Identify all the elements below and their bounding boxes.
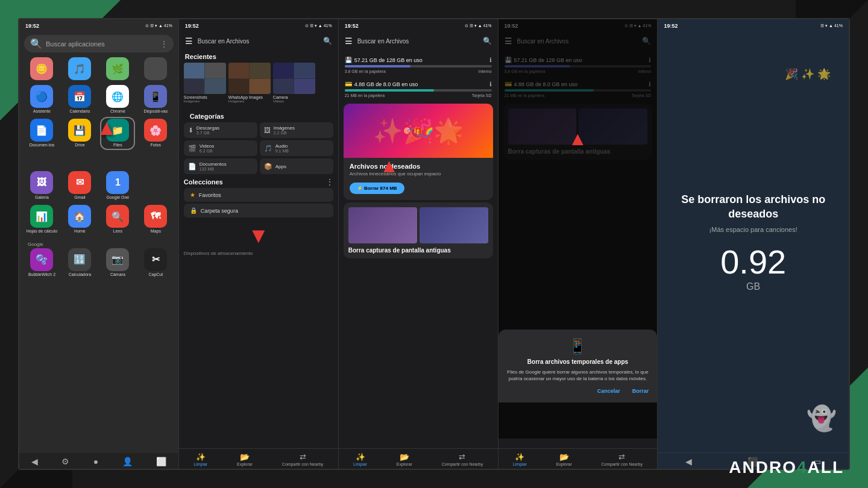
- explore-icon-3: 📂: [400, 452, 409, 461]
- status-bar-1: 19:52 ⊙ ☰ ▾ ▲ 41%: [19, 19, 178, 33]
- app-label-files: Files: [113, 143, 122, 148]
- nav-dot-1[interactable]: ●: [93, 457, 98, 466]
- btn-label-nearby-2: Compartir con Nearby: [282, 462, 323, 466]
- coll-favoritos[interactable]: ★ Favoritos: [184, 188, 333, 202]
- menu-icon-3[interactable]: ☰: [345, 36, 353, 46]
- cat-imagenes[interactable]: 🖼 Imágenes2.2 GB: [260, 122, 333, 138]
- btn-label-explorar-2: Explorar: [237, 462, 253, 466]
- success-unit: GB: [746, 281, 760, 292]
- cat-descargas[interactable]: ⬇ Descargas3.7 GB: [184, 122, 257, 138]
- app-calendario[interactable]: 📅 Calendario: [64, 85, 95, 114]
- app-label-camara: Cámara: [110, 272, 125, 277]
- app-partial-3[interactable]: 🌿: [102, 57, 133, 80]
- app-google-one[interactable]: 1 Google One: [102, 171, 133, 200]
- storage-bar-bg-2-3: [345, 89, 492, 92]
- storage-bar-bg-1-3: [345, 65, 492, 67]
- btn-explorar-2[interactable]: 📂 Explorar: [237, 452, 253, 466]
- app-files[interactable]: 📁 Files: [102, 119, 133, 148]
- btn-limpiar-3[interactable]: ✨ Limpiar: [353, 452, 367, 466]
- app-lens[interactable]: 🔍 Lens: [102, 205, 133, 234]
- collections-more[interactable]: ⋮: [326, 178, 333, 186]
- lock-icon: 🔒: [190, 207, 197, 214]
- app-asistente[interactable]: 🔵 Asistente: [26, 85, 57, 114]
- thumb-label-whatsapp: WhatsApp Images: [228, 95, 271, 99]
- app-icon-calendario: 📅: [68, 85, 91, 108]
- coll-carpeta-segura[interactable]: 🔒 Carpeta segura: [184, 204, 333, 217]
- nav-back-1[interactable]: ◀: [31, 457, 38, 466]
- search-btn-2[interactable]: 🔍: [323, 37, 332, 45]
- app-galeria[interactable]: 🖼 Galería: [26, 171, 57, 200]
- btn-explorar-4[interactable]: 📂 Explorar: [556, 452, 572, 466]
- app-partial-1[interactable]: 🪙: [26, 57, 57, 80]
- btn-nearby-3[interactable]: ⇄ Compartir con Nearby: [442, 452, 483, 466]
- more-options-icon[interactable]: ⋮: [160, 40, 168, 48]
- btn-limpiar-2[interactable]: ✨ Limpiar: [193, 452, 207, 466]
- btn-label-limpiar-4: Limpiar: [513, 462, 527, 466]
- cat-videos[interactable]: 🎬 Videos6.2 GB: [184, 140, 257, 156]
- ss-thumb-1: [348, 207, 417, 243]
- search-btn-3[interactable]: 🔍: [483, 37, 492, 45]
- app-dispositivos[interactable]: 📱 Dispositi-vas: [140, 85, 171, 114]
- btn-nearby-2[interactable]: ⇄ Compartir con Nearby: [282, 452, 323, 466]
- dialog-cancel-btn[interactable]: Cancelar: [597, 388, 620, 394]
- btn-explorar-3[interactable]: 📂 Explorar: [397, 452, 412, 466]
- app-documentos[interactable]: 📄 Documen-tos: [26, 119, 57, 148]
- app-capcut[interactable]: ✂ CapCut: [140, 248, 171, 277]
- app-icon-dispositivos: 📱: [144, 85, 167, 108]
- cat-documentos[interactable]: 📄 Documentos132 MB: [184, 158, 257, 174]
- arrow-down-container: ▼: [179, 223, 338, 248]
- thumb-sub-screenshots: Imágenes: [184, 99, 226, 103]
- banner-text: 🎯 🎁 🌈: [403, 127, 434, 135]
- app-hojas[interactable]: 📊 Hojas de cálculo: [26, 205, 57, 234]
- app-fotos[interactable]: 🌸 Fotos: [140, 119, 171, 148]
- status-time-1: 19:52: [25, 23, 39, 29]
- app-label-galeria: Galería: [35, 195, 49, 200]
- nav-back-5[interactable]: ◀: [685, 457, 692, 466]
- success-number: 0.92: [720, 245, 786, 279]
- app-drive[interactable]: 💾 Drive: [64, 119, 95, 148]
- thumb-whatsapp[interactable]: WhatsApp Images Imágenes: [228, 63, 271, 103]
- header-title-2: Buscar en Archivos: [198, 38, 318, 45]
- app-icon-partial-4: [144, 57, 167, 80]
- app-gmail[interactable]: ✉ Gmail: [64, 171, 95, 200]
- thumb-img-camera: [273, 63, 315, 94]
- nav-settings-1[interactable]: ⚙: [61, 457, 69, 466]
- status-icons-1: ⊙ ☰ ▾ ▲ 41%: [145, 23, 172, 28]
- app-calculadora[interactable]: 🔢 Calculadora: [64, 248, 95, 277]
- coll-label-carpeta: Carpeta segura: [201, 208, 238, 214]
- app-bubblewitch[interactable]: 🫧 BubbleWitch 2: [26, 248, 57, 277]
- app-row-2: 📄 Documen-tos 💾 Drive 📁 Files 🌸 Fotos: [23, 119, 175, 148]
- app-icon-camara: 📷: [106, 248, 129, 271]
- app-search-bar[interactable]: 🔍 Buscar aplicaciones ⋮: [24, 35, 174, 52]
- files-content-2: Recientes Screenshots Imágenes: [179, 49, 338, 448]
- dialog-icon: 📱: [507, 338, 649, 355]
- thumb-camera[interactable]: Camera Videos: [273, 63, 315, 103]
- app-chrome[interactable]: 🌐 Chrome: [102, 85, 133, 114]
- thumb-img-screenshots: [184, 63, 226, 94]
- cleanup-btn-3[interactable]: ⚡ Borrar 874 MB: [350, 183, 404, 194]
- dialog-confirm-btn[interactable]: Borrar: [632, 388, 649, 394]
- app-partial-2[interactable]: 🎵: [64, 57, 95, 80]
- collections-title: Colecciones: [184, 178, 223, 186]
- logo-text-after: all: [808, 458, 844, 477]
- btn-nearby-4[interactable]: ⇄ Compartir con Nearby: [602, 452, 643, 466]
- cat-audio[interactable]: 🎵 Audio9.1 MB: [260, 140, 333, 156]
- app-label-lens: Lens: [113, 229, 122, 234]
- app-label-maps: Maps: [151, 229, 161, 234]
- explore-icon-4: 📂: [559, 452, 569, 461]
- storage-bar-fill-1-3: [345, 65, 411, 67]
- app-label-chrome: Chrome: [110, 109, 125, 114]
- btn-limpiar-4[interactable]: ✨ Limpiar: [513, 452, 527, 466]
- storage-info-icon-2: ℹ: [489, 81, 492, 87]
- app-maps[interactable]: 🗺 Maps: [140, 205, 171, 234]
- thumb-screenshots[interactable]: Screenshots Imágenes: [184, 63, 226, 103]
- nav-square-1[interactable]: ⬜: [156, 457, 166, 466]
- app-camara[interactable]: 📷 Cámara: [102, 248, 133, 277]
- thumb-sub-whatsapp: Imágenes: [228, 99, 271, 103]
- app-home[interactable]: 🏠 Home: [64, 205, 95, 234]
- nav-profile-1[interactable]: 👤: [122, 457, 133, 466]
- menu-icon-2[interactable]: ☰: [185, 36, 193, 46]
- panel-files-dialog: 19:52 ⊙ ☰ ▾ ▲ 41% ☰ Buscar en Archivos 🔍…: [498, 19, 658, 469]
- cat-apps[interactable]: 📦 Apps: [260, 158, 333, 174]
- nearby-icon-2: ⇄: [300, 452, 306, 461]
